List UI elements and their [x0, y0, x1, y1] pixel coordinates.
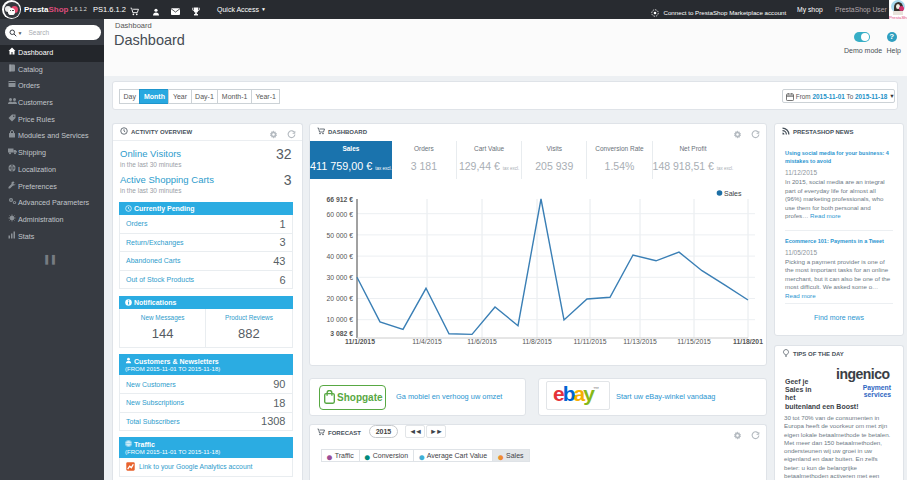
svg-text:50 000 €: 50 000 € — [327, 232, 354, 239]
svg-text:Sales: Sales — [724, 190, 742, 197]
svg-text:40 000 €: 40 000 € — [327, 253, 354, 260]
svg-text:20 000 €: 20 000 € — [327, 295, 354, 302]
svg-text:11/6/2015: 11/6/2015 — [467, 338, 497, 345]
svg-text:60 000 €: 60 000 € — [327, 211, 354, 218]
svg-text:11/15/2015: 11/15/2015 — [677, 338, 711, 345]
svg-text:11/1/2015: 11/1/2015 — [345, 338, 375, 345]
svg-text:3 082 €: 3 082 € — [330, 330, 353, 337]
svg-text:11/11/2015: 11/11/2015 — [573, 338, 606, 345]
svg-text:11/18/201: 11/18/201 — [733, 338, 763, 345]
svg-text:30 000 €: 30 000 € — [327, 274, 354, 281]
svg-text:10 000 €: 10 000 € — [327, 316, 354, 323]
svg-text:11/4/2015: 11/4/2015 — [412, 338, 442, 345]
svg-text:66 912 €: 66 912 € — [327, 196, 354, 203]
svg-text:11/8/2015: 11/8/2015 — [522, 338, 552, 345]
svg-text:11/13/2015: 11/13/2015 — [623, 338, 657, 345]
